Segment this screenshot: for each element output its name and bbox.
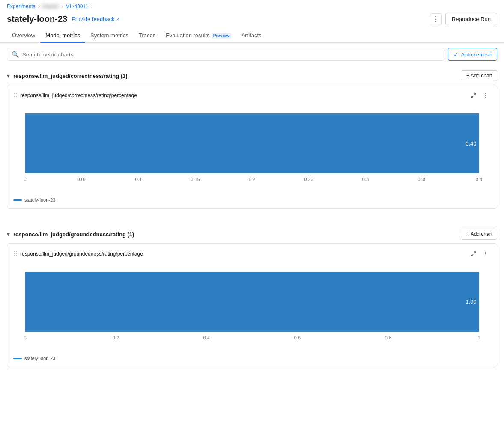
svg-text:0.05: 0.05 [77, 177, 86, 182]
breadcrumb-experiments[interactable]: Experiments [7, 3, 36, 9]
legend-line-groundedness-chart [13, 358, 22, 359]
svg-text:0.4: 0.4 [476, 177, 482, 182]
chart-legend-correctness-chart: stately-loon-23 [13, 194, 491, 202]
sections-container: ▾response/llm_judged/correctness/rating … [0, 66, 504, 383]
chart-more-button-groundedness-chart[interactable]: ⋮ [480, 249, 491, 259]
nav-tabs: OverviewModel metricsSystem metricsTrace… [0, 29, 504, 43]
svg-rect-36 [25, 272, 479, 332]
section-title-groundedness: response/llm_judged/groundedness/rating … [13, 231, 134, 238]
check-icon: ✓ [453, 51, 459, 58]
feedback-link[interactable]: Provide feedback ↗ [72, 16, 119, 22]
auto-refresh-label: Auto-refresh [461, 51, 492, 58]
section-title-correctness: response/llm_judged/correctness/rating (… [13, 73, 128, 79]
section-header-groundedness: ▾response/llm_judged/groundedness/rating… [7, 224, 497, 243]
breadcrumb-users: /Users/ [42, 3, 59, 9]
breadcrumb-sep1: › [38, 3, 40, 9]
breadcrumb-sep3: › [91, 3, 93, 9]
breadcrumb-run-id[interactable]: ML-43011 [66, 3, 89, 9]
svg-text:0.40: 0.40 [465, 140, 476, 147]
tab-artifacts[interactable]: Artifacts [236, 29, 267, 43]
chart-title-groundedness-chart: response/llm_judged/groundedness/rating/… [20, 251, 143, 257]
more-options-button[interactable]: ⋮ [430, 13, 442, 25]
chart-area-groundedness-chart: 00.20.40.60.811.00 [13, 263, 491, 349]
legend-label-groundedness-chart: stately-loon-23 [24, 356, 55, 361]
page-title: stately-loon-23 [7, 14, 67, 24]
svg-text:0: 0 [24, 335, 26, 340]
svg-text:0.35: 0.35 [418, 177, 426, 182]
tab-evaluation-results[interactable]: Evaluation resultsPreview [161, 29, 236, 43]
svg-text:0.4: 0.4 [203, 335, 210, 340]
chart-legend-groundedness-chart: stately-loon-23 [13, 352, 491, 361]
section-correctness: ▾response/llm_judged/correctness/rating … [0, 66, 504, 224]
chart-card-groundedness-chart: ⠿response/llm_judged/groundedness/rating… [7, 243, 497, 367]
svg-text:1: 1 [477, 335, 480, 340]
svg-text:0.2: 0.2 [113, 335, 119, 340]
page-header-left: stately-loon-23 Provide feedback ↗ [7, 14, 119, 24]
add-chart-button-correctness[interactable]: + Add chart [462, 70, 497, 81]
legend-label-correctness-chart: stately-loon-23 [24, 197, 55, 202]
auto-refresh-button[interactable]: ✓ Auto-refresh [448, 48, 497, 61]
search-input[interactable] [22, 51, 440, 58]
svg-rect-20 [25, 113, 479, 173]
chart-card-correctness-chart: ⠿response/llm_judged/correctness/rating/… [7, 85, 497, 209]
feedback-label: Provide feedback [72, 16, 114, 22]
collapse-button-groundedness[interactable]: ▾ [7, 231, 10, 238]
tab-overview[interactable]: Overview [7, 29, 40, 43]
tab-system-metrics[interactable]: System metrics [85, 29, 134, 43]
external-link-icon: ↗ [116, 17, 119, 21]
add-chart-button-groundedness[interactable]: + Add chart [462, 229, 497, 240]
svg-text:0.6: 0.6 [294, 335, 301, 340]
drag-handle-correctness-chart[interactable]: ⠿ [13, 92, 18, 99]
preview-badge: Preview [212, 33, 231, 39]
tab-traces[interactable]: Traces [134, 29, 161, 43]
legend-line-correctness-chart [13, 199, 22, 201]
svg-text:1.00: 1.00 [465, 299, 476, 305]
breadcrumb: Experiments › /Users/ › ML-43011 › [0, 0, 504, 11]
search-icon: 🔍 [12, 51, 19, 58]
drag-handle-groundedness-chart[interactable]: ⠿ [13, 250, 18, 257]
svg-text:0.15: 0.15 [191, 177, 200, 182]
reproduce-run-button[interactable]: Reproduce Run [445, 13, 497, 25]
tab-model-metrics[interactable]: Model metrics [40, 29, 85, 43]
svg-text:0.2: 0.2 [249, 177, 255, 182]
collapse-button-correctness[interactable]: ▾ [7, 72, 10, 79]
page-header-right: ⋮ Reproduce Run [430, 13, 497, 25]
chart-title-correctness-chart: response/llm_judged/correctness/rating/p… [20, 92, 137, 98]
page-header: stately-loon-23 Provide feedback ↗ ⋮ Rep… [0, 11, 504, 29]
svg-text:0: 0 [24, 177, 26, 182]
expand-button-correctness-chart[interactable] [468, 90, 479, 101]
svg-text:0.1: 0.1 [135, 177, 142, 182]
svg-text:0.3: 0.3 [362, 177, 369, 182]
search-box: 🔍 [7, 48, 444, 61]
section-groundedness: ▾response/llm_judged/groundedness/rating… [0, 224, 504, 383]
chart-more-button-correctness-chart[interactable]: ⋮ [480, 90, 491, 101]
chart-area-correctness-chart: 00.050.10.150.20.250.30.350.40.40 [13, 105, 491, 190]
expand-button-groundedness-chart[interactable] [468, 249, 479, 259]
svg-text:0.8: 0.8 [385, 335, 391, 340]
svg-text:0.25: 0.25 [304, 177, 313, 182]
section-header-correctness: ▾response/llm_judged/correctness/rating … [7, 66, 497, 85]
toolbar: 🔍 ✓ Auto-refresh [0, 43, 504, 66]
breadcrumb-sep2: › [61, 3, 63, 9]
